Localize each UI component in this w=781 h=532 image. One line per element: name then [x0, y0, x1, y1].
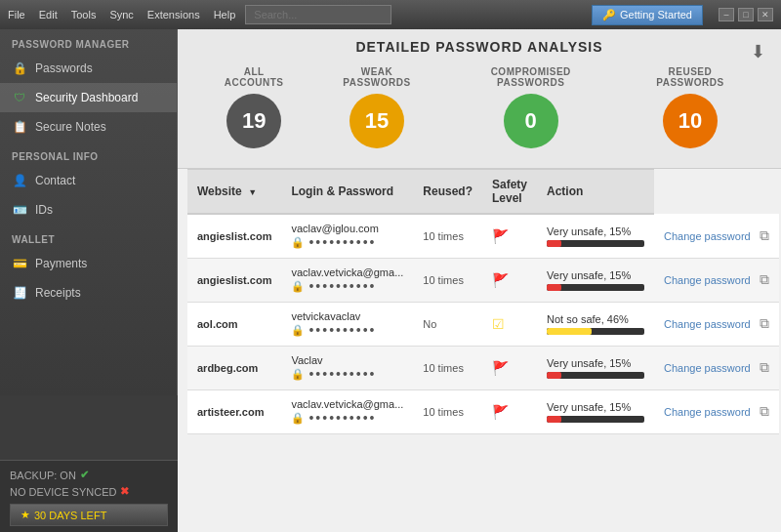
copy-icon[interactable]: ⧉: [760, 271, 769, 287]
minimize-button[interactable]: –: [719, 8, 734, 21]
copy-icon[interactable]: ⧉: [760, 315, 769, 331]
safety-label: Very unsafe, 15%: [547, 225, 644, 237]
days-left-button[interactable]: ★ 30 DAYS LEFT: [10, 504, 168, 526]
panel-title: DETAILED PASSWORD ANALYSIS: [197, 39, 761, 55]
sidebar-item-contact[interactable]: 👤 Contact: [0, 166, 177, 195]
login-cell: vetvickavaclav 🔒 ••••••••••: [281, 303, 413, 347]
sidebar-item-security-dashboard[interactable]: 🛡 Security Dashboard: [0, 83, 177, 112]
stat-weak-passwords: WEAK PASSWORDS 15: [330, 66, 423, 148]
col-action: Action: [537, 170, 654, 215]
action-cell: Change password ⧉: [654, 259, 779, 303]
getting-started-icon: 🔑: [602, 9, 616, 21]
id-icon: 🪪: [12, 202, 27, 218]
website-name: ardbeg.com: [197, 362, 258, 374]
menu-sync[interactable]: Sync: [109, 9, 133, 20]
copy-icon[interactable]: ⧉: [760, 227, 769, 243]
menu-help[interactable]: Help: [214, 9, 236, 20]
website-cell: aol.com: [187, 303, 281, 347]
menu-file[interactable]: File: [8, 9, 25, 20]
sidebar-item-payments[interactable]: 💳 Payments: [0, 249, 177, 278]
safety-bar-fill: [547, 284, 561, 291]
website-cell: angieslist.com: [187, 259, 281, 303]
website-name: aol.com: [197, 318, 238, 330]
change-password-button[interactable]: Change password: [664, 274, 751, 286]
copy-icon[interactable]: ⧉: [760, 359, 769, 375]
reused-value: No: [423, 318, 436, 330]
star-icon: ★: [21, 509, 30, 521]
reused-cell: 10 times: [413, 214, 482, 259]
lock-icon: 🔒: [291, 368, 305, 381]
panel-header: DETAILED PASSWORD ANALYSIS ALL ACCOUNTS …: [178, 29, 781, 169]
sidebar-item-secure-notes[interactable]: 📋 Secure Notes: [0, 112, 177, 142]
col-website-label: Website: [197, 184, 242, 198]
change-password-button[interactable]: Change password: [664, 406, 751, 418]
website-cell: angieslist.com: [187, 214, 281, 259]
titlebar: File Edit Tools Sync Extensions Help 🔑 G…: [0, 0, 781, 29]
getting-started-button[interactable]: 🔑 Getting Started: [592, 5, 703, 25]
change-password-button[interactable]: Change password: [664, 318, 751, 330]
close-button[interactable]: ✕: [758, 8, 773, 21]
safety-bar-fill: [547, 372, 561, 379]
col-login: Login & Password: [281, 170, 413, 215]
flag-icon: 🚩: [492, 228, 509, 244]
website-cell: artisteer.com: [187, 390, 281, 434]
password-dots: ••••••••••: [308, 322, 376, 338]
device-status-icon: ✖: [120, 485, 129, 498]
password-dots: ••••••••••: [308, 410, 376, 426]
lock-icon: 🔒: [291, 324, 305, 337]
table-body: angieslist.com vaclav@iglou.com 🔒 ••••••…: [187, 214, 779, 434]
sidebar-ids-label: IDs: [35, 203, 53, 217]
sidebar-payments-label: Payments: [35, 257, 87, 270]
col-website[interactable]: Website ▼: [187, 170, 281, 215]
safety-bar-bg: [547, 240, 644, 247]
safety-cell: Not so safe, 46%: [537, 303, 654, 347]
days-left-label: 30 DAYS LEFT: [34, 510, 106, 521]
change-password-button[interactable]: Change password: [664, 362, 751, 374]
table-row: aol.com vetvickavaclav 🔒 •••••••••• No☑ …: [187, 303, 779, 347]
safety-bar-fill: [547, 328, 592, 335]
sidebar-item-receipts[interactable]: 🧾 Receipts: [0, 278, 177, 307]
lock-icon: 🔒: [291, 236, 305, 249]
sidebar-bottom: BACKUP: ON ✔ NO DEVICE SYNCED ✖ ★ 30 DAY…: [0, 460, 178, 532]
safety-bar-fill: [547, 416, 561, 423]
safety-bar-bg: [547, 284, 644, 291]
menu-bar: File Edit Tools Sync Extensions Help: [8, 9, 235, 20]
password-dots: ••••••••••: [308, 234, 376, 250]
col-safety: Safety Level: [482, 170, 537, 215]
flag-icon: 🚩: [492, 272, 509, 288]
sidebar: PASSWORD MANAGER 🔒 Passwords 🛡 Security …: [0, 29, 178, 395]
reused-value: 10 times: [423, 230, 464, 242]
download-icon[interactable]: ⬇: [751, 41, 765, 62]
menu-edit[interactable]: Edit: [39, 9, 58, 20]
sidebar-item-ids[interactable]: 🪪 IDs: [0, 195, 177, 225]
safety-bar-fill: [547, 240, 561, 247]
menu-extensions[interactable]: Extensions: [147, 9, 200, 20]
main-layout: PASSWORD MANAGER 🔒 Passwords 🛡 Security …: [0, 29, 781, 532]
getting-started-label: Getting Started: [620, 9, 692, 20]
sidebar-passwords-label: Passwords: [35, 61, 93, 75]
login-username: vaclav.vetvicka@gma...: [291, 266, 403, 278]
password-table: Website ▼ Login & Password Reused? Safet…: [187, 169, 779, 434]
maximize-button[interactable]: □: [738, 8, 754, 21]
login-cell: Vaclav 🔒 ••••••••••: [281, 347, 413, 390]
reused-value: 10 times: [423, 406, 464, 418]
change-password-button[interactable]: Change password: [664, 230, 751, 242]
col-reused: Reused?: [413, 170, 482, 215]
section-label-password-manager: PASSWORD MANAGER: [0, 29, 177, 54]
sidebar-item-passwords[interactable]: 🔒 Passwords: [0, 54, 177, 83]
check-icon: ☑: [492, 316, 505, 332]
backup-status-label: BACKUP: ON: [10, 470, 76, 481]
login-username: vaclav@iglou.com: [291, 223, 403, 234]
safety-cell: Very unsafe, 15%: [537, 259, 654, 303]
flag-icon: 🚩: [492, 360, 509, 376]
safety-cell: Very unsafe, 15%: [537, 347, 654, 390]
search-input[interactable]: [245, 5, 391, 24]
safety-cell: Very unsafe, 15%: [537, 390, 654, 434]
website-name: artisteer.com: [197, 406, 264, 418]
copy-icon[interactable]: ⧉: [760, 403, 769, 419]
menu-tools[interactable]: Tools: [71, 9, 97, 20]
stat-weak-circle: 15: [349, 94, 404, 148]
lock-icon: 🔒: [291, 280, 305, 293]
backup-status: BACKUP: ON ✔: [10, 467, 168, 483]
receipt-icon: 🧾: [12, 285, 27, 301]
